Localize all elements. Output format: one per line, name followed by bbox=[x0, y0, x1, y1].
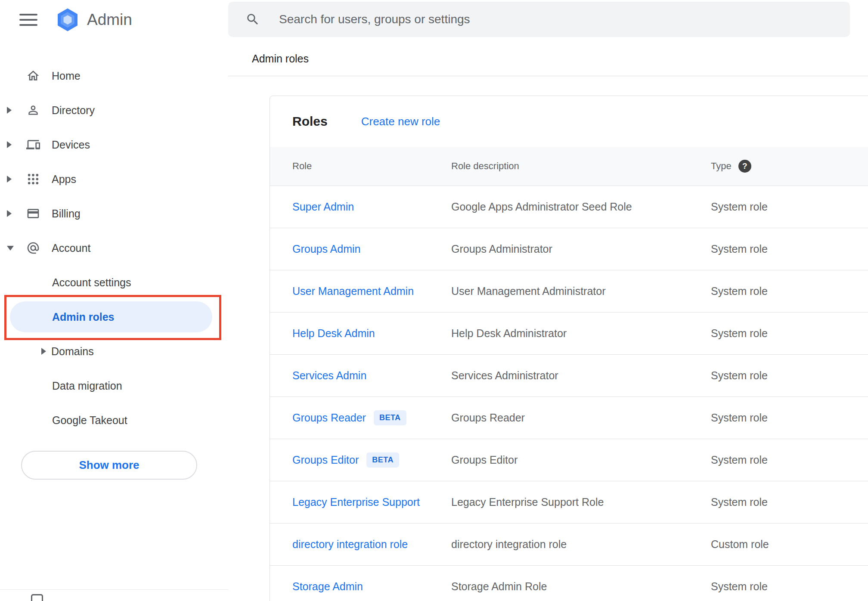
table-row: Groups Editor BETA Groups Editor System … bbox=[270, 439, 868, 481]
role-link[interactable]: Help Desk Admin bbox=[292, 327, 375, 340]
sidebar-nav: Home Directory Devices bbox=[0, 59, 228, 437]
header-divider bbox=[228, 76, 868, 76]
search-input[interactable] bbox=[279, 12, 837, 26]
role-description: Legacy Enterprise Support Role bbox=[451, 496, 711, 508]
column-header-type: Type bbox=[711, 161, 732, 172]
roles-card-header: Roles Create new role bbox=[270, 96, 868, 147]
sidebar-item-label: Devices bbox=[52, 139, 90, 151]
role-type: System role bbox=[711, 285, 868, 297]
role-description: Google Apps Administrator Seed Role bbox=[451, 201, 711, 213]
sidebar-item-label: Billing bbox=[52, 208, 81, 220]
directory-icon bbox=[26, 103, 40, 118]
sidebar-item-billing[interactable]: Billing bbox=[0, 196, 228, 231]
table-row: directory integration role directory int… bbox=[270, 523, 868, 565]
sidebar-item-label: Directory bbox=[52, 104, 95, 117]
table-row: Groups Admin Groups Administrator System… bbox=[270, 228, 868, 270]
table-row: Help Desk Admin Help Desk Administrator … bbox=[270, 312, 868, 354]
admin-hexagon-icon bbox=[55, 7, 80, 32]
role-description: Groups Administrator bbox=[451, 243, 711, 255]
sidebar-item-home[interactable]: Home bbox=[0, 59, 228, 93]
role-link[interactable]: Groups Reader bbox=[292, 412, 366, 424]
sidebar-item-label: Data migration bbox=[52, 380, 122, 392]
sidebar-item-google-takeout[interactable]: Google Takeout bbox=[0, 403, 228, 437]
brand-logo[interactable]: Admin bbox=[55, 7, 132, 32]
sidebar-item-domains[interactable]: Domains bbox=[0, 334, 228, 369]
column-header-role: Role bbox=[292, 161, 451, 172]
role-link[interactable]: Groups Admin bbox=[292, 243, 360, 255]
sidebar-item-data-migration[interactable]: Data migration bbox=[0, 369, 228, 403]
show-more-button[interactable]: Show more bbox=[21, 451, 197, 480]
beta-badge: BETA bbox=[366, 452, 399, 468]
role-description: Services Administrator bbox=[451, 369, 711, 382]
role-type: System role bbox=[711, 412, 868, 424]
role-description: Groups Reader bbox=[451, 412, 711, 424]
role-type: System role bbox=[711, 243, 868, 255]
main-content: Admin roles Roles Create new role Role R… bbox=[228, 0, 868, 601]
role-description: Help Desk Administrator bbox=[451, 327, 711, 340]
sidebar-item-devices[interactable]: Devices bbox=[0, 127, 228, 162]
sidebar-bottom-divider bbox=[0, 589, 228, 590]
role-link[interactable]: Legacy Enterprise Support bbox=[292, 496, 420, 508]
chevron-right-icon bbox=[41, 348, 46, 355]
role-type: System role bbox=[711, 496, 868, 508]
billing-icon bbox=[26, 206, 40, 221]
sidebar-item-label: Home bbox=[52, 70, 81, 82]
apps-icon bbox=[26, 172, 40, 186]
role-link[interactable]: directory integration role bbox=[292, 538, 408, 551]
sidebar-item-label: Account settings bbox=[52, 276, 131, 289]
brand-name: Admin bbox=[87, 11, 132, 29]
search-bar[interactable] bbox=[228, 2, 850, 37]
sidebar-item-label: Domains bbox=[51, 345, 94, 358]
chevron-right-icon bbox=[7, 176, 12, 183]
devices-icon bbox=[26, 137, 40, 152]
card-title: Roles bbox=[292, 114, 328, 129]
chevron-right-icon bbox=[7, 107, 12, 114]
sidebar-header: Admin bbox=[0, 0, 228, 40]
help-icon[interactable]: ? bbox=[738, 160, 751, 173]
breadcrumb: Admin roles bbox=[252, 53, 309, 65]
sidebar-item-label: Account bbox=[52, 242, 90, 254]
chevron-right-icon bbox=[7, 210, 12, 217]
sidebar-item-apps[interactable]: Apps bbox=[0, 162, 228, 196]
table-row: Services Admin Services Administrator Sy… bbox=[270, 354, 868, 397]
search-icon bbox=[245, 12, 260, 27]
role-description: User Management Administrator bbox=[451, 285, 711, 297]
chevron-down-icon bbox=[7, 246, 14, 251]
beta-badge: BETA bbox=[374, 410, 406, 425]
role-type: Custom role bbox=[711, 538, 868, 551]
role-link[interactable]: User Management Admin bbox=[292, 285, 414, 297]
role-type: System role bbox=[711, 369, 868, 382]
chevron-right-icon bbox=[7, 141, 12, 148]
role-link[interactable]: Super Admin bbox=[292, 201, 354, 213]
role-link[interactable]: Storage Admin bbox=[292, 580, 363, 593]
table-header-row: Role Role description Type ? bbox=[270, 147, 868, 186]
column-header-description: Role description bbox=[451, 161, 711, 172]
role-description: Storage Admin Role bbox=[451, 580, 711, 593]
role-link[interactable]: Groups Editor bbox=[292, 454, 359, 466]
table-row: User Management Admin User Management Ad… bbox=[270, 270, 868, 312]
role-description: directory integration role bbox=[451, 538, 711, 551]
sidebar-item-label: Google Takeout bbox=[52, 414, 127, 427]
create-new-role-link[interactable]: Create new role bbox=[361, 115, 440, 128]
role-type: System role bbox=[711, 454, 868, 466]
menu-icon[interactable] bbox=[19, 14, 37, 26]
table-row: Super Admin Google Apps Administrator Se… bbox=[270, 186, 868, 228]
sidebar-item-directory[interactable]: Directory bbox=[0, 93, 228, 127]
role-type: System role bbox=[711, 201, 868, 213]
table-row: Storage Admin Storage Admin Role System … bbox=[270, 565, 868, 601]
home-icon bbox=[26, 68, 40, 83]
sidebar: Admin Home Directory Devices bbox=[0, 0, 228, 601]
role-type: System role bbox=[711, 580, 868, 593]
sidebar-item-account-settings[interactable]: Account settings bbox=[0, 265, 228, 300]
sidebar-item-account[interactable]: Account bbox=[0, 231, 228, 265]
role-description: Groups Editor bbox=[451, 454, 711, 466]
roles-card: Roles Create new role Role Role descript… bbox=[270, 96, 868, 601]
sidebar-item-label: Apps bbox=[52, 173, 76, 186]
sidebar-item-label: Admin roles bbox=[52, 311, 114, 323]
role-link[interactable]: Services Admin bbox=[292, 369, 366, 382]
table-row: Legacy Enterprise Support Legacy Enterpr… bbox=[270, 481, 868, 523]
sidebar-item-admin-roles[interactable]: Admin roles bbox=[0, 300, 228, 334]
table-row: Groups Reader BETA Groups Reader System … bbox=[270, 397, 868, 439]
account-icon bbox=[26, 241, 40, 255]
partial-bottom-icon bbox=[31, 594, 43, 601]
